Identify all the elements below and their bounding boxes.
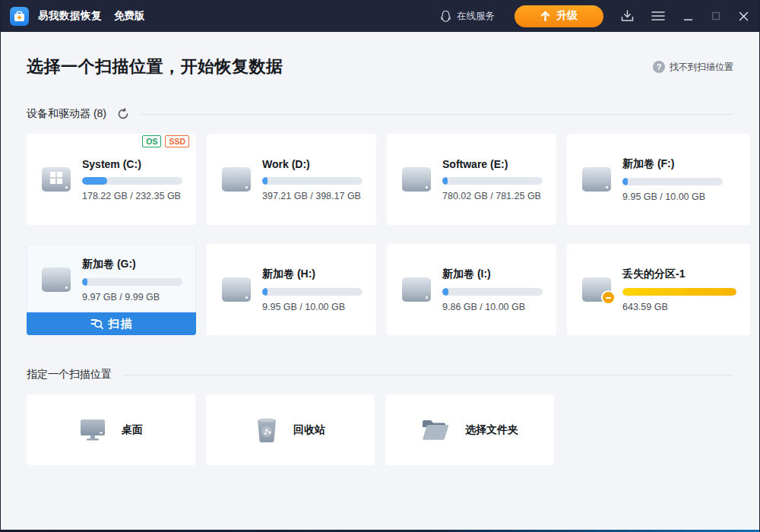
- download-center-button[interactable]: [620, 9, 635, 23]
- drive-icon: [402, 277, 432, 302]
- online-service-button[interactable]: 在线服务: [439, 10, 495, 23]
- ssd-badge: SSD: [165, 135, 189, 147]
- location-grid: 桌面 回收站: [27, 394, 733, 465]
- windows-drive-icon: [42, 167, 72, 192]
- location-card-select-folder[interactable]: 选择文件夹: [385, 394, 554, 465]
- location-label: 桌面: [122, 423, 143, 437]
- drive-capacity: 643.59 GB: [622, 302, 736, 312]
- app-window: { "titlebar": { "app_title": "易我数据恢复", "…: [0, 0, 760, 532]
- drive-icon: [222, 277, 252, 302]
- location-label: 选择文件夹: [465, 423, 518, 437]
- maximize-icon: [711, 11, 720, 21]
- drive-card-g[interactable]: 新加卷 (G:) 9.97 GB / 9.99 GB 扫描: [27, 244, 196, 335]
- minimize-icon: [683, 11, 693, 21]
- titlebar: 易我数据恢复 免费版 在线服务 升级: [1, 0, 759, 32]
- usage-bar: [622, 288, 736, 296]
- drive-name: 新加卷 (F:): [622, 157, 736, 171]
- drive-card-h[interactable]: 新加卷 (H:) 9.95 GB / 10.00 GB: [207, 244, 376, 335]
- scan-search-icon: [90, 318, 103, 331]
- lost-drive-icon: [582, 277, 613, 302]
- usage-bar: [262, 288, 363, 296]
- drive-name: 丢失的分区-1: [622, 268, 736, 281]
- drive-grid: OS SSD System (C: [27, 134, 733, 335]
- drive-icon: [582, 167, 613, 192]
- drive-card-system-c[interactable]: OS SSD System (C: [27, 134, 196, 225]
- help-link-label: 找不到扫描位置: [670, 61, 733, 74]
- drive-card-i[interactable]: 新加卷 (I:) 9.86 GB / 10.00 GB: [387, 244, 556, 335]
- desktop-icon: [79, 418, 106, 442]
- question-mark-icon: ?: [653, 61, 665, 73]
- up-arrow-icon: [540, 11, 550, 21]
- recycle-bin-icon: [255, 417, 278, 443]
- main-content: 选择一个扫描位置，开始恢复数据 ? 找不到扫描位置 设备和驱动器 (8) OS …: [1, 55, 759, 465]
- help-link[interactable]: ? 找不到扫描位置: [653, 61, 733, 74]
- drive-name: System (C:): [82, 158, 182, 170]
- drive-name: 新加卷 (I:): [442, 268, 543, 281]
- devices-section-title: 设备和驱动器 (8): [27, 107, 106, 121]
- drive-card-f[interactable]: 新加卷 (F:) 9.95 GB / 10.00 GB: [567, 134, 750, 225]
- app-logo-icon: [10, 7, 29, 26]
- scan-button-label: 扫描: [109, 317, 133, 331]
- page-title: 选择一个扫描位置，开始恢复数据: [27, 55, 283, 78]
- folder-icon: [421, 419, 450, 442]
- divider: [124, 375, 733, 375]
- drive-capacity: 9.95 GB / 10.00 GB: [622, 192, 736, 202]
- maximize-button[interactable]: [711, 11, 720, 21]
- divider: [141, 114, 733, 115]
- usage-bar: [622, 178, 723, 185]
- drive-capacity: 9.95 GB / 10.00 GB: [262, 302, 363, 312]
- scan-button[interactable]: 扫描: [27, 312, 196, 335]
- close-icon: [739, 11, 749, 21]
- drive-card-lost-partition[interactable]: 丢失的分区-1 643.59 GB: [567, 244, 750, 335]
- menu-button[interactable]: [651, 11, 665, 21]
- close-button[interactable]: [739, 11, 749, 21]
- drive-icon: [222, 167, 252, 192]
- drive-name: Work (D:): [262, 158, 363, 170]
- drive-name: Software (E:): [442, 158, 543, 170]
- drive-capacity: 9.97 GB / 9.99 GB: [82, 292, 182, 302]
- drive-capacity: 178.22 GB / 232.35 GB: [82, 191, 182, 201]
- hamburger-menu-icon: [651, 11, 665, 21]
- os-badge: OS: [142, 135, 161, 147]
- online-service-label: 在线服务: [457, 10, 495, 23]
- qq-penguin-icon: [439, 10, 452, 23]
- upgrade-button[interactable]: 升级: [515, 5, 603, 27]
- lost-partition-badge-icon: [601, 290, 616, 305]
- edition-badge: 免费版: [114, 9, 145, 23]
- usage-bar: [442, 288, 543, 296]
- drive-name: 新加卷 (H:): [262, 268, 363, 281]
- drive-capacity: 397.21 GB / 398.17 GB: [262, 191, 363, 201]
- location-card-recycle-bin[interactable]: 回收站: [206, 394, 375, 465]
- download-icon: [620, 9, 635, 23]
- locations-section-title: 指定一个扫描位置: [27, 368, 112, 382]
- usage-bar: [442, 177, 543, 185]
- drive-icon: [402, 167, 432, 192]
- app-title: 易我数据恢复: [38, 9, 102, 23]
- location-label: 回收站: [293, 423, 325, 437]
- usage-bar: [262, 177, 363, 185]
- drive-name: 新加卷 (G:): [82, 258, 182, 271]
- drive-icon: [42, 268, 72, 292]
- usage-bar: [82, 177, 182, 185]
- drive-capacity: 780.02 GB / 781.25 GB: [442, 191, 543, 201]
- drive-card-software-e[interactable]: Software (E:) 780.02 GB / 781.25 GB: [387, 134, 556, 225]
- location-card-desktop[interactable]: 桌面: [27, 394, 195, 465]
- usage-bar: [82, 278, 182, 286]
- upgrade-label: 升级: [556, 9, 578, 23]
- drive-card-work-d[interactable]: Work (D:) 397.21 GB / 398.17 GB: [207, 134, 376, 225]
- refresh-icon[interactable]: [117, 108, 129, 120]
- drive-capacity: 9.86 GB / 10.00 GB: [442, 302, 543, 312]
- minimize-button[interactable]: [683, 11, 693, 21]
